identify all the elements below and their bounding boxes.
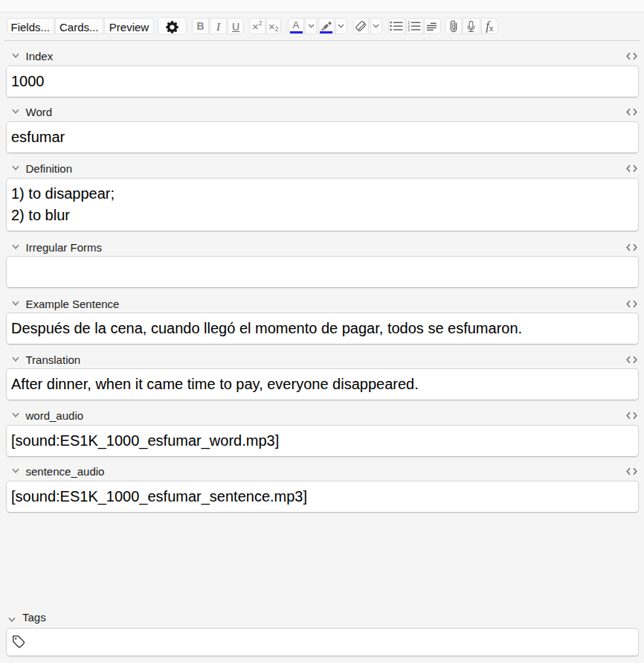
svg-text:3: 3 — [408, 28, 410, 31]
